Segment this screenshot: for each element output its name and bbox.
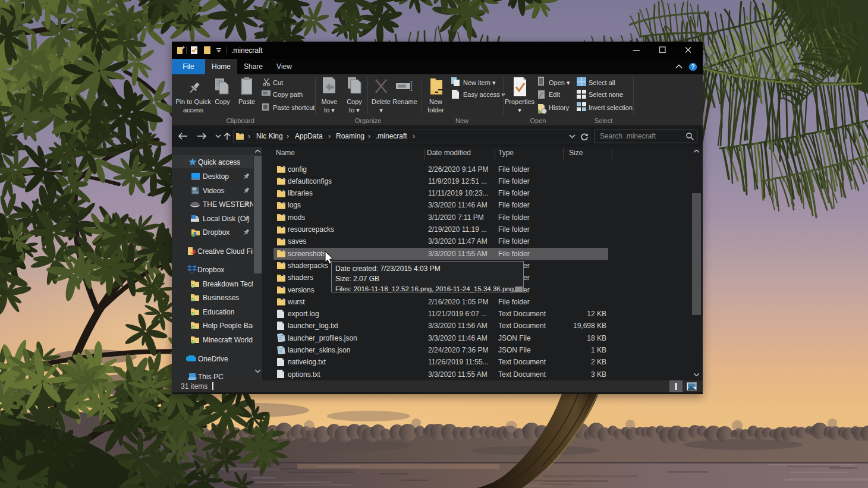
svg-text:?: ? — [691, 63, 694, 70]
